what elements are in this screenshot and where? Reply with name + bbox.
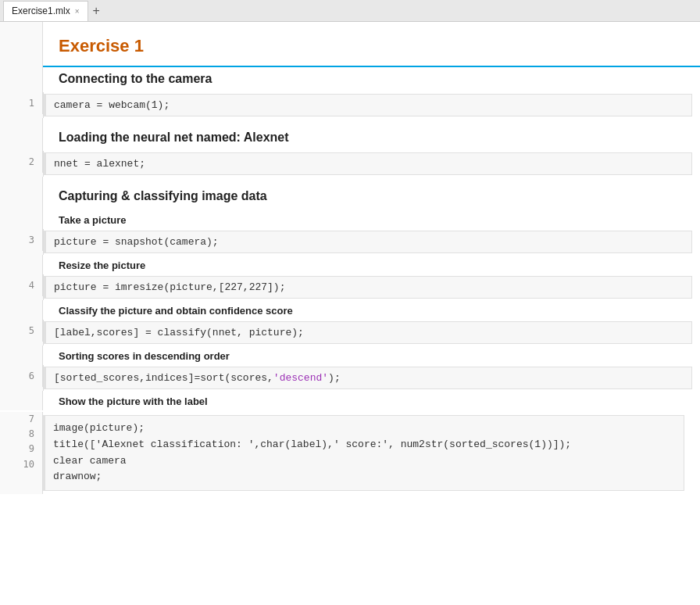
code-cell-2[interactable]: nnet = alexnet; xyxy=(44,152,692,175)
section-heading-alexnet: Loading the neural net named: Alexnet xyxy=(43,127,700,151)
section-classify: Capturing & classifying image data xyxy=(0,186,700,209)
subheading-resize: Resize the picture xyxy=(0,255,700,274)
code-row-6: 6 [sorted_scores,indices]=sort(scores,'d… xyxy=(0,365,700,391)
line-number-5: 5 xyxy=(0,320,43,342)
section-heading-camera: Connecting to the camera xyxy=(43,69,700,92)
subheading-show: Show the picture with the label xyxy=(0,391,700,410)
section-camera: Connecting to the camera xyxy=(0,69,700,92)
code-text-6b: ); xyxy=(328,372,341,384)
code-str-8b: ' score:' xyxy=(334,439,388,450)
code-str-8a: 'Alexnet classification: ' xyxy=(96,439,255,450)
tab-close-icon[interactable]: × xyxy=(75,7,80,16)
line-number-3: 3 xyxy=(0,229,43,251)
bottom-spacer xyxy=(0,496,700,519)
code-row-2: 2 nnet = alexnet; xyxy=(0,151,700,177)
code-row-7-10: 7 8 9 10 image(picture); title(['Alexnet… xyxy=(0,410,700,496)
tab-bar: Exercise1.mlx × + xyxy=(0,0,700,22)
sub-heading-sorting: Sorting scores in descending order xyxy=(43,345,700,365)
code-row-5: 5 [label,scores] = classify(nnet, pictur… xyxy=(0,320,700,345)
sub-heading-resize: Resize the picture xyxy=(43,255,700,274)
line-number-6: 6 xyxy=(0,365,43,387)
line-num-10: 10 xyxy=(0,457,34,472)
subheading-classify: Classify the picture and obtain confiden… xyxy=(0,300,700,320)
sub-heading-take-picture: Take a picture xyxy=(43,209,700,229)
sub-heading-classify: Classify the picture and obtain confiden… xyxy=(43,300,700,320)
line-number-2: 2 xyxy=(0,151,43,173)
code-str-9: camera xyxy=(90,455,127,467)
section-heading-classify: Capturing & classifying image data xyxy=(43,186,700,209)
section-alexnet: Loading the neural net named: Alexnet xyxy=(0,127,700,151)
code-cell-6[interactable]: [sorted_scores,indices]=sort(scores,'des… xyxy=(44,367,692,389)
code-cell-7-10[interactable]: image(picture); title(['Alexnet classifi… xyxy=(43,415,684,491)
page-title: Exercise 1 xyxy=(43,22,700,67)
title-row: Exercise 1 xyxy=(0,22,700,69)
code-cell-3[interactable]: picture = snapshot(camera); xyxy=(44,231,692,253)
line-numbers-7-10: 7 8 9 10 xyxy=(0,412,43,494)
subheading-take-picture: Take a picture xyxy=(0,209,700,229)
line-num-9: 9 xyxy=(0,442,34,456)
code-row-3: 3 picture = snapshot(camera); xyxy=(0,229,700,255)
code-line-10: drawnow; xyxy=(53,469,676,485)
subheading-sorting: Sorting scores in descending order xyxy=(0,345,700,365)
tab-label: Exercise1.mlx xyxy=(12,5,70,16)
line-number-4: 4 xyxy=(0,274,43,296)
code-row-4: 4 picture = imresize(picture,[227,227]); xyxy=(0,274,700,300)
main-content: Exercise 1 Connecting to the camera 1 ca… xyxy=(0,22,700,605)
code-line-7: image(picture); xyxy=(53,421,676,437)
line-num-7: 7 xyxy=(0,412,34,427)
sub-heading-show: Show the picture with the label xyxy=(43,391,700,410)
code-cell-1[interactable]: camera = webcam(1); xyxy=(44,94,692,116)
line-number-1: 1 xyxy=(0,92,43,114)
tab-add-button[interactable]: + xyxy=(88,4,105,18)
code-line-9: clear camera xyxy=(53,453,676,470)
code-str-6: 'descend' xyxy=(273,372,328,384)
code-text-6a: [sorted_scores,indices]=sort(scores, xyxy=(54,372,273,384)
code-line-8: title(['Alexnet classification: ',char(l… xyxy=(53,437,676,453)
tab-exercise1[interactable]: Exercise1.mlx × xyxy=(3,1,88,21)
code-cell-4[interactable]: picture = imresize(picture,[227,227]); xyxy=(44,276,692,299)
spacer-2 xyxy=(0,177,700,186)
code-row-1: 1 camera = webcam(1); xyxy=(0,92,700,118)
line-num-8: 8 xyxy=(0,427,34,442)
code-cell-5[interactable]: [label,scores] = classify(nnet, picture)… xyxy=(44,321,692,344)
spacer-1 xyxy=(0,118,700,127)
